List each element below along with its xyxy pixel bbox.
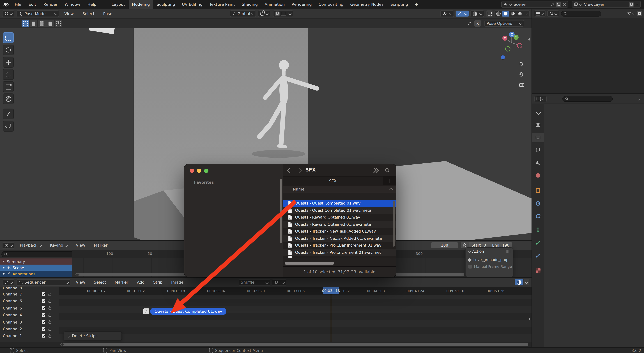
tab-scene[interactable] [536, 160, 540, 165]
pin-icon[interactable] [550, 2, 554, 6]
dragged-strip[interactable]: Quests - Quest Completed 01.wav [144, 308, 226, 315]
select-lasso-icon[interactable] [46, 20, 54, 27]
tab-render[interactable] [536, 122, 540, 127]
menu-window[interactable]: Window [62, 2, 84, 7]
menu-image[interactable]: Image [168, 280, 187, 285]
column-header[interactable]: Name [283, 186, 396, 193]
menu-add[interactable]: Add [134, 280, 148, 285]
horizontal-scrollbar[interactable] [284, 262, 334, 264]
overlay-dropdown[interactable] [524, 279, 529, 286]
timeline-editor-type-button[interactable] [2, 242, 14, 248]
channel-mute-checkbox[interactable] [42, 334, 45, 338]
tab-shading[interactable]: Shading [238, 2, 261, 7]
sequencer-strip-area[interactable] [59, 295, 532, 342]
tab-texture-paint[interactable]: Texture Paint [206, 2, 238, 7]
tab-compositing[interactable]: Compositing [315, 2, 346, 7]
sequencer-snap-controls[interactable] [272, 279, 286, 286]
viewport-nav-dot[interactable] [500, 55, 505, 60]
overlay-toggle[interactable] [514, 279, 523, 286]
file-row[interactable]: Quests - Tracker - Pro...ncrement 01.wav… [283, 249, 396, 256]
action-name[interactable]: Love_grenade_prop [473, 258, 508, 262]
lock-icon[interactable] [48, 334, 52, 338]
file-row[interactable]: Quests - Tracker - Pro...Bar Increment 0… [283, 242, 396, 249]
tool-cursor[interactable] [3, 44, 14, 55]
select-paint-icon[interactable] [54, 20, 62, 27]
menu-marker[interactable]: Marker [112, 280, 132, 285]
viewlayer-selector[interactable]: ViewLayer [572, 1, 641, 8]
lock-icon[interactable] [48, 299, 52, 303]
column-name[interactable]: Name [293, 187, 304, 192]
character-model[interactable] [248, 54, 327, 158]
tab-geometry-nodes[interactable]: Geometry Nodes [347, 2, 387, 7]
menu-file[interactable]: File [12, 2, 24, 7]
search-icon[interactable] [384, 168, 390, 173]
action-panel-title[interactable]: Action [472, 249, 484, 254]
channel-mute-checkbox[interactable] [42, 320, 45, 324]
outliner-display-mode[interactable] [547, 10, 559, 16]
file-row[interactable]: Quests - Tracker - Ne...sk Added 01.wav.… [283, 235, 396, 242]
finder-window[interactable]: Favorites Shared drives Dropbox AirDrop … [184, 164, 396, 277]
overlays-toggle[interactable] [470, 10, 484, 17]
add-workspace-button[interactable]: + [412, 2, 421, 7]
shading-solid-icon[interactable] [502, 11, 509, 16]
tool-rotate[interactable] [3, 69, 14, 80]
file-row[interactable]: Quests - Reward Obtained 01.wav [283, 214, 396, 221]
lock-icon[interactable] [48, 320, 52, 324]
tab-object[interactable] [536, 188, 540, 193]
menu-edit[interactable]: Edit [25, 2, 40, 7]
lock-icon[interactable] [48, 327, 52, 331]
tab-texture[interactable] [536, 268, 540, 273]
channel-mute-checkbox[interactable] [42, 299, 45, 303]
tab-object-data[interactable] [536, 227, 540, 232]
tab-sculpting[interactable]: Sculpting [154, 2, 178, 7]
visibility-dropdown[interactable] [440, 10, 454, 17]
menu-marker[interactable]: Marker [90, 243, 111, 248]
outliner-search-input[interactable] [561, 10, 601, 16]
sequencer-h-scrollbar[interactable] [60, 343, 528, 346]
file-row-partial[interactable] [283, 256, 396, 258]
remove-viewlayer-icon[interactable] [636, 3, 638, 6]
channel-mute-checkbox[interactable] [42, 292, 45, 296]
mirror-x-button[interactable]: X [474, 20, 481, 26]
channel-summary[interactable]: Summary [0, 258, 72, 264]
new-viewlayer-icon[interactable] [629, 2, 634, 7]
camera-view-icon[interactable] [519, 82, 524, 87]
file-row[interactable]: Quests - Reward Obtained 01.wav.meta [283, 221, 396, 228]
file-list-scrollbar[interactable] [393, 200, 394, 246]
channel-scene[interactable]: Scene [0, 264, 72, 271]
tool-select-box[interactable] [3, 32, 14, 43]
forward-icon[interactable] [296, 167, 302, 173]
file-row[interactable]: Quests - Quest Completed 01.wav.meta [283, 207, 396, 214]
pivot-dropdown[interactable] [258, 10, 270, 17]
gizmos-toggle[interactable] [455, 10, 469, 17]
zoom-icon[interactable] [519, 62, 524, 67]
tab-modifiers[interactable] [536, 201, 540, 206]
channel-mute-checkbox[interactable] [42, 306, 45, 310]
channel-mute-checkbox[interactable] [42, 313, 45, 317]
select-circle-icon[interactable] [38, 20, 46, 27]
new-collection-icon[interactable] [637, 11, 642, 16]
traffic-zoom-button[interactable] [204, 168, 208, 173]
menu-render[interactable]: Render [40, 2, 60, 7]
tab-uv-editing[interactable]: UV Editing [178, 2, 206, 7]
lock-icon[interactable] [48, 306, 52, 310]
traffic-minimize-button[interactable] [197, 168, 201, 173]
channel-row[interactable]: Channel 5 [3, 306, 22, 310]
mode-dropdown[interactable]: Pose Mode [16, 10, 59, 17]
tab-scripting[interactable]: Scripting [387, 2, 411, 7]
playhead-badge[interactable]: 00:03+18 [323, 287, 339, 294]
menu-pose[interactable]: Pose [100, 11, 116, 16]
scrollbar-knob[interactable] [76, 274, 79, 276]
back-icon[interactable] [287, 167, 292, 173]
sequencer-ruler[interactable]: 00:00+16 00:01+02 00:01+18 00:02+04 00:0… [59, 287, 532, 295]
shading-wireframe-icon[interactable] [495, 12, 502, 16]
magnet-icon[interactable] [274, 280, 278, 284]
menu-keying[interactable]: Keying [47, 243, 70, 248]
pan-hand-icon[interactable] [519, 72, 524, 77]
tab-bone[interactable] [536, 240, 540, 245]
menu-select[interactable]: Select [79, 11, 98, 16]
scene-selector[interactable]: Scene [501, 1, 568, 8]
tab-rendering[interactable]: Rendering [288, 2, 315, 7]
playhead-line[interactable] [330, 294, 331, 342]
file-row-selected[interactable]: Quests - Quest Completed 01.wav [283, 200, 396, 207]
